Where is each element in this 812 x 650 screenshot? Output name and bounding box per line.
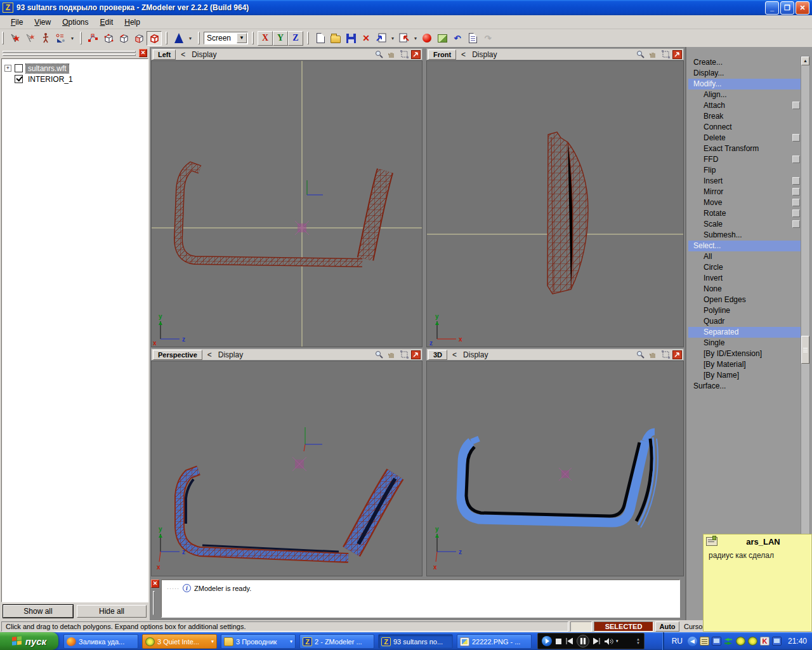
taskbar-task-button[interactable]: 22222.PNG - ... — [457, 634, 532, 649]
tray-icon[interactable] — [772, 637, 782, 646]
import-icon[interactable] — [374, 31, 389, 46]
menu-item[interactable]: File — [5, 16, 29, 29]
command-menu-item[interactable]: None — [688, 284, 802, 295]
viewport-name-button[interactable]: Front — [428, 50, 456, 60]
display-chevron[interactable]: < — [452, 350, 457, 359]
show-all-button[interactable]: Show all — [3, 605, 73, 618]
maximize-viewport-icon[interactable] — [411, 50, 421, 59]
command-menu-item[interactable]: Single — [688, 338, 802, 348]
cube-edges-mode-icon[interactable] — [116, 31, 131, 46]
toolbar-grip[interactable] — [80, 32, 82, 44]
axis-z-button[interactable]: Z — [288, 31, 303, 46]
options-checkbox[interactable] — [792, 188, 800, 196]
delete-icon[interactable]: ✕ — [358, 31, 374, 46]
auto-button[interactable]: Auto — [655, 621, 679, 632]
next-icon[interactable] — [593, 638, 601, 644]
command-menu-item[interactable]: Create... — [688, 57, 802, 68]
pan-hand-icon[interactable] — [647, 350, 658, 359]
rotate-view-icon[interactable] — [660, 50, 671, 59]
zoom-icon[interactable] — [634, 350, 646, 359]
toolbar-grip[interactable] — [198, 32, 200, 44]
options-checkbox[interactable] — [792, 134, 800, 142]
toolbar-grip[interactable] — [166, 32, 167, 44]
command-menu-item[interactable]: Quadr — [688, 316, 802, 327]
axis-y-button[interactable]: Y — [273, 31, 288, 46]
tree-node-child[interactable]: INTERIOR_1 — [4, 74, 145, 84]
panel-grip[interactable] — [3, 51, 136, 53]
command-menu-item[interactable]: Invert — [688, 273, 802, 284]
export-icon[interactable] — [396, 31, 412, 46]
tree-node-root[interactable]: + sultanrs.wft — [4, 63, 145, 74]
menu-item[interactable]: Help — [119, 16, 146, 29]
pan-hand-icon[interactable] — [647, 50, 658, 59]
viewport-perspective-canvas[interactable]: y z x — [151, 361, 422, 576]
tray-icon[interactable] — [700, 637, 709, 646]
axis-x-button[interactable]: X — [258, 31, 273, 46]
select-tools-caret[interactable]: ▾ — [69, 31, 76, 46]
tray-icon[interactable] — [748, 637, 757, 646]
primitive-caret[interactable]: ▾ — [187, 31, 194, 46]
command-menu-item[interactable]: Open Edges — [688, 295, 802, 305]
command-menu-item[interactable]: Circle — [688, 262, 802, 273]
zoom-icon[interactable] — [373, 50, 384, 59]
scroll-up-icon[interactable]: ▲ — [801, 56, 809, 65]
rotate-view-icon[interactable] — [660, 350, 671, 359]
pan-hand-icon[interactable] — [386, 50, 397, 59]
media-spinner-icon[interactable]: ▲▼ — [636, 637, 640, 645]
command-menu-item[interactable]: Surface... — [688, 381, 802, 392]
close-button[interactable]: ✕ — [796, 1, 809, 15]
cube-vertices-mode-icon[interactable] — [101, 31, 116, 46]
wmp-logo-icon[interactable] — [542, 636, 552, 646]
taskbar-task-button[interactable]: Заливка уда... — [63, 634, 138, 649]
toolbar-grip[interactable] — [2, 32, 4, 44]
tray-icon[interactable] — [712, 637, 721, 646]
menu-item[interactable]: View — [29, 16, 56, 29]
options-checkbox[interactable] — [792, 102, 800, 109]
command-menu-item[interactable]: Polyline — [688, 305, 802, 316]
vertices-mode-icon[interactable] — [86, 31, 101, 46]
command-menu-item[interactable]: Modify... — [688, 79, 802, 90]
toolbar-grip[interactable] — [307, 32, 309, 44]
zoom-icon[interactable] — [634, 50, 646, 59]
sticky-note[interactable]: ars_LAN радиус как сделал — [703, 534, 812, 632]
texture-browser-icon[interactable] — [435, 31, 450, 46]
display-menu[interactable]: Display — [192, 50, 216, 59]
scrollbar-thumb[interactable] — [801, 336, 809, 364]
command-menu-item[interactable]: Select... — [688, 241, 802, 251]
command-menu-item[interactable]: Attach — [688, 100, 802, 111]
command-menu-item[interactable]: All — [688, 251, 802, 262]
display-chevron[interactable]: < — [461, 50, 466, 59]
command-menu-item[interactable]: Submesh... — [688, 230, 802, 241]
previous-icon[interactable] — [565, 638, 573, 644]
export-caret[interactable]: ▾ — [412, 31, 419, 46]
taskbar-task-button[interactable]: 3 Quiet Inte... ▾ — [142, 634, 217, 649]
display-menu[interactable]: Display — [472, 50, 497, 59]
sticky-note-body[interactable]: радиус как сделал — [704, 548, 811, 562]
log-grip[interactable] — [153, 591, 155, 615]
viewport-3d-canvas[interactable]: y z x — [426, 361, 684, 576]
undo-icon[interactable]: ↶ — [450, 31, 465, 46]
rotate-view-icon[interactable] — [398, 350, 410, 359]
command-menu-item[interactable]: Align... — [688, 90, 802, 100]
new-file-icon[interactable] — [313, 31, 328, 46]
start-button[interactable]: пуск — [0, 632, 58, 650]
tray-icon[interactable] — [760, 637, 769, 646]
viewport-front-canvas[interactable]: y x z — [426, 60, 684, 347]
select-bones-icon[interactable] — [38, 31, 53, 46]
pause-icon[interactable] — [577, 635, 589, 647]
cube-objects-mode-icon[interactable] — [147, 31, 162, 46]
screen-combobox-dropdown-icon[interactable]: ▼ — [237, 33, 247, 43]
rotate-view-icon[interactable] — [398, 50, 410, 59]
save-file-icon[interactable] — [343, 31, 358, 46]
command-menu-item[interactable]: Connect — [688, 122, 802, 133]
maximize-viewport-icon[interactable] — [411, 350, 421, 359]
command-menu-item[interactable]: Flip — [688, 165, 802, 176]
tree-root-label[interactable]: sultanrs.wft — [26, 64, 69, 73]
tray-icon[interactable] — [724, 637, 733, 646]
expander-icon[interactable]: + — [4, 65, 11, 72]
options-checkbox[interactable] — [792, 156, 800, 163]
maximize-viewport-icon[interactable] — [672, 350, 682, 359]
options-checkbox[interactable] — [792, 209, 800, 217]
material-editor-icon[interactable] — [419, 31, 435, 46]
viewport-name-button[interactable]: Perspective — [153, 350, 202, 360]
